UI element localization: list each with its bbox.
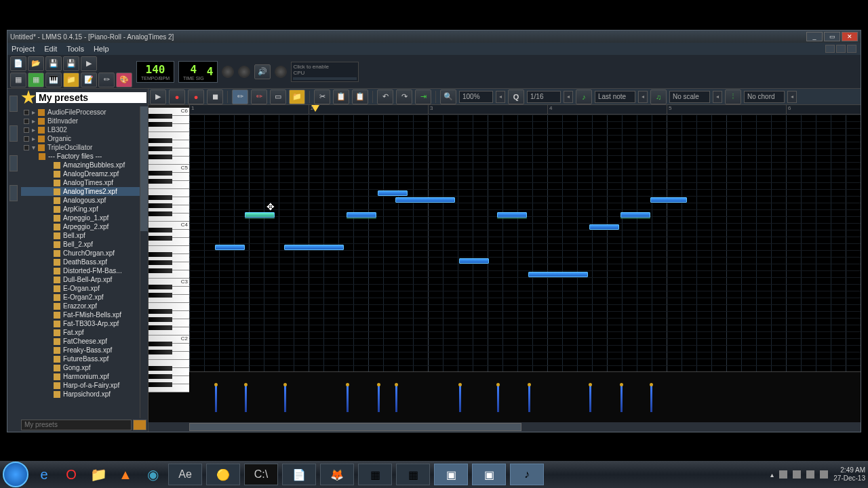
preset-file[interactable]: Fat-FMish-Bells.xpf: [21, 310, 146, 319]
stop-button[interactable]: ◼: [207, 89, 223, 104]
taskbar-opera-icon[interactable]: O: [60, 464, 83, 485]
save-button[interactable]: 💾: [45, 56, 62, 71]
timesig-lcd[interactable]: 4 TIME SIG 4: [178, 61, 218, 83]
taskbar-firefox-item[interactable]: 🦊: [320, 464, 354, 485]
master-volume-knob[interactable]: [222, 66, 234, 78]
hq-button[interactable]: 🔊: [254, 64, 271, 79]
close-button[interactable]: ✕: [842, 32, 858, 41]
preset-file[interactable]: Arpeggio_2.xpf: [21, 222, 146, 231]
undo-button[interactable]: ↶: [377, 89, 393, 104]
maximize-button[interactable]: ▭: [824, 32, 840, 41]
scale-combo[interactable]: No scale: [669, 91, 710, 103]
velocity-bar[interactable]: [589, 385, 591, 412]
instrument-node[interactable]: ▾TripleOscillator: [21, 143, 146, 152]
tempo-lcd[interactable]: 140 TEMPO/BPM: [136, 61, 174, 83]
controller-button[interactable]: ✏: [98, 73, 115, 87]
preset-file[interactable]: Analogous.xpf: [21, 196, 146, 205]
tray-icon-1[interactable]: [779, 470, 787, 479]
velocity-handle[interactable]: [283, 383, 287, 386]
midi-note[interactable]: [215, 245, 245, 250]
tree-scrollbar[interactable]: [140, 106, 148, 418]
instrument-node[interactable]: ▸Organic: [21, 134, 146, 143]
minimize-button[interactable]: _: [806, 32, 823, 41]
preset-file[interactable]: DeathBass.xpf: [21, 258, 146, 266]
velocity-bar[interactable]: [245, 385, 247, 412]
preset-file[interactable]: Bell_2.xpf: [21, 240, 146, 249]
zoom-spin[interactable]: ◂: [496, 91, 505, 103]
midi-note[interactable]: [459, 258, 489, 264]
taskbar-cmd-item[interactable]: C:\: [244, 464, 278, 485]
saveas-button[interactable]: 💾: [63, 56, 79, 71]
taskbar-item-7[interactable]: ▦: [396, 464, 430, 485]
detune-tool[interactable]: 📁: [289, 89, 305, 104]
preset-file[interactable]: FatCheese.xpf: [21, 337, 146, 346]
record-button[interactable]: ●: [169, 89, 185, 104]
open-button[interactable]: 📂: [28, 56, 44, 71]
midi-note[interactable]: [347, 212, 376, 218]
master-pitch-knob[interactable]: [238, 66, 250, 78]
velocity-bar[interactable]: [347, 385, 349, 412]
taskbar-item-2[interactable]: 🟡: [206, 464, 240, 485]
velocity-handle[interactable]: [214, 383, 218, 386]
midi-note[interactable]: [284, 245, 344, 250]
velocity-bar[interactable]: [528, 385, 530, 412]
preset-file[interactable]: E-Organ2.xpf: [21, 293, 146, 302]
songeditor-button[interactable]: ▦: [10, 73, 26, 87]
play-button[interactable]: ▶: [150, 89, 166, 104]
timeline-ruler[interactable]: 123456: [189, 105, 861, 115]
bbeditor-button[interactable]: ▦: [28, 73, 44, 87]
sidetab-samples[interactable]: [9, 125, 18, 142]
taskbar-item-6[interactable]: ▦: [358, 464, 392, 485]
midi-note[interactable]: [395, 197, 455, 203]
taskbar-explorer-icon[interactable]: 📁: [87, 464, 110, 485]
preset-file[interactable]: Fat.xpf: [21, 328, 146, 337]
browser-search-button[interactable]: [133, 420, 146, 430]
preset-file[interactable]: Erazzor.xpf: [21, 302, 146, 310]
system-tray[interactable]: ▴ 2:49 AM 27-Dec-13: [770, 466, 865, 483]
notes-button[interactable]: 📝: [81, 73, 97, 87]
velocity-handle[interactable]: [589, 383, 592, 386]
preset-file[interactable]: Harpsichord.xpf: [21, 390, 146, 399]
taskbar-item-8[interactable]: ▣: [434, 464, 468, 485]
record-play-button[interactable]: ●: [188, 89, 204, 104]
preset-file[interactable]: ChurchOrgan.xpf: [21, 249, 146, 258]
pianoroll-button[interactable]: 🎹: [45, 73, 62, 87]
paste-button[interactable]: 📋: [352, 89, 368, 104]
velocity-handle[interactable]: [395, 383, 398, 386]
preset-file[interactable]: ArpKing.xpf: [21, 205, 146, 214]
taskbar-ie-icon[interactable]: e: [33, 464, 56, 485]
preset-file[interactable]: AnalogTimes2.xpf: [21, 187, 146, 196]
cpu-meter[interactable]: Click to enable CPU: [291, 62, 359, 82]
midi-note[interactable]: [528, 272, 588, 277]
velocity-handle[interactable]: [458, 383, 462, 386]
knob-3[interactable]: [275, 66, 287, 78]
preset-file[interactable]: Freaky-Bass.xpf: [21, 346, 146, 354]
velocity-bar[interactable]: [620, 385, 623, 412]
menu-tools[interactable]: Tools: [66, 45, 84, 53]
preset-file[interactable]: AnalogTimes.xpf: [21, 178, 146, 187]
tray-icon-2[interactable]: [793, 470, 801, 479]
velocity-handle[interactable]: [620, 383, 623, 386]
notelen-spin[interactable]: ◂: [638, 91, 648, 103]
taskbar-ae-item[interactable]: Ae: [168, 464, 202, 485]
copy-button[interactable]: 📋: [333, 89, 349, 104]
q-spin[interactable]: ◂: [564, 91, 573, 103]
velocity-bar[interactable]: [650, 385, 652, 412]
velocity-handle[interactable]: [346, 383, 349, 386]
preset-file[interactable]: Bell.xpf: [21, 231, 146, 240]
preset-tree[interactable]: ▸AudioFileProcessor▸BitInvader▸LB302▸Org…: [20, 106, 148, 400]
instrument-node[interactable]: ▸LB302: [21, 125, 146, 134]
mdi-close-button[interactable]: [847, 45, 856, 53]
titlebar[interactable]: Untitled* - LMMS 0.4.15 - [Piano-Roll - …: [7, 30, 861, 43]
taskbar-lmms-item[interactable]: ♪: [510, 464, 544, 485]
velocity-handle[interactable]: [528, 383, 531, 386]
velocity-bar[interactable]: [215, 385, 217, 412]
preset-file[interactable]: Distorted-FM-Bas...: [21, 266, 146, 275]
redo-button[interactable]: ↷: [396, 89, 412, 104]
piano-keyboard[interactable]: C6C5C4C3C2: [149, 105, 189, 371]
midi-note[interactable]: [378, 190, 408, 196]
browser-search-input[interactable]: [21, 420, 132, 430]
midi-note[interactable]: [620, 212, 650, 218]
fxmixer-button[interactable]: 📁: [63, 73, 79, 87]
scale-spin[interactable]: ◂: [713, 91, 722, 103]
